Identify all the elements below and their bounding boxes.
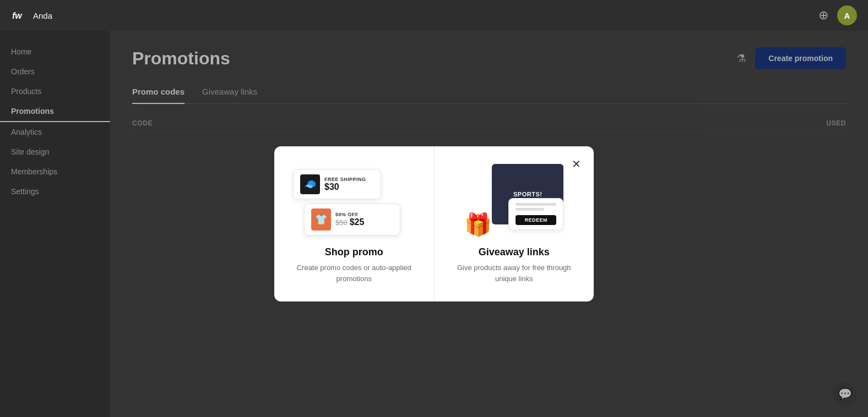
giveaway-illustration: SPORTS! 🎁 REDEEM <box>448 164 581 235</box>
promo-card-free-shipping: 🧢 FREE SHIPPING $30 <box>293 169 381 199</box>
topbar-right: ⊕ A <box>818 6 857 25</box>
brand-name: Anda <box>33 11 52 20</box>
shirt-icon: 👕 <box>311 209 331 231</box>
gift-icon: 🎁 <box>464 213 492 235</box>
modal-option-shop-promo[interactable]: 🧢 FREE SHIPPING $30 👕 50% OFF $50 <box>274 146 435 301</box>
redeem-card: REDEEM <box>508 198 563 230</box>
giveaway-visual: SPORTS! 🎁 REDEEM <box>464 164 563 235</box>
add-icon[interactable]: ⊕ <box>818 8 828 23</box>
redeem-line-2 <box>516 208 544 211</box>
redeem-line-1 <box>516 203 556 206</box>
giveaway-title: Giveaway links <box>448 246 581 258</box>
redeem-lines <box>516 203 556 211</box>
fw-logo-icon: fw <box>11 8 26 23</box>
shop-promo-illustration: 🧢 FREE SHIPPING $30 👕 50% OFF $50 <box>287 164 421 235</box>
avatar[interactable]: A <box>837 6 857 25</box>
promo-card-1-text: FREE SHIPPING $30 <box>324 177 366 192</box>
promo-card-2-prices: $50 $25 <box>335 217 364 227</box>
promo-card-discount: 👕 50% OFF $50 $25 <box>304 204 400 235</box>
modal-overlay[interactable]: ✕ 🧢 FREE SHIPPING $30 👕 <box>0 31 868 417</box>
giveaway-desc: Give products away for free through uniq… <box>448 262 581 284</box>
promo-card-1-label: FREE SHIPPING <box>324 177 366 182</box>
modal-close-button[interactable]: ✕ <box>567 155 585 173</box>
hat-icon: 🧢 <box>300 174 320 194</box>
promo-old-price: $50 <box>335 218 348 227</box>
modal-options: 🧢 FREE SHIPPING $30 👕 50% OFF $50 <box>274 146 594 301</box>
topbar-left: fw Anda <box>11 8 52 23</box>
modal: ✕ 🧢 FREE SHIPPING $30 👕 <box>274 146 594 301</box>
promo-card-1-price: $30 <box>324 182 366 192</box>
svg-text:fw: fw <box>12 11 23 20</box>
promo-card-2-label: 50% OFF <box>335 212 364 217</box>
shop-promo-title: Shop promo <box>287 246 421 258</box>
promo-new-price: $25 <box>350 217 365 227</box>
redeem-button[interactable]: REDEEM <box>516 215 556 225</box>
topbar: fw Anda ⊕ A <box>0 0 868 31</box>
promo-card-2-text: 50% OFF $50 $25 <box>335 212 364 227</box>
shop-promo-desc: Create promo codes or auto-applied promo… <box>287 262 421 284</box>
